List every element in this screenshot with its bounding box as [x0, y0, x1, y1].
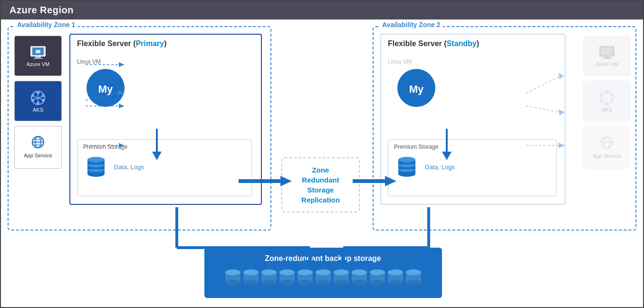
az1-label: Availability Zone 1: [14, 21, 78, 29]
az2-disk-icon: [394, 154, 420, 180]
backup-box: Zone-redundant backup storage: [204, 248, 442, 298]
svg-point-98: [279, 270, 295, 275]
vm-icon: [29, 45, 48, 60]
svg-point-85: [225, 280, 240, 286]
mysql-logo: My: [91, 74, 120, 102]
svg-point-59: [87, 157, 105, 163]
az2-app-service-icon: [597, 136, 616, 152]
app-service-icon: [29, 135, 48, 152]
az2-box: Availability Zone 2 Flexible Server (Sta…: [373, 26, 636, 231]
svg-point-113: [352, 280, 367, 286]
svg-point-93: [261, 280, 277, 286]
backup-disks-svg: [223, 269, 423, 289]
az2-linux-vm-label: Linux VM: [388, 58, 473, 65]
svg-point-97: [279, 280, 295, 286]
az2-mysql-logo: My: [402, 74, 431, 102]
az2-vm-label: Azure VM: [596, 61, 618, 67]
svg-point-79: [611, 99, 614, 102]
svg-rect-72: [602, 58, 612, 59]
az1-app-service: App Service: [14, 126, 62, 169]
svg-point-78: [600, 99, 603, 102]
svg-rect-71: [604, 57, 610, 58]
az2-server-title: Flexible Server (Standby): [388, 39, 479, 48]
az1-premium-storage: Premium Storage Data, Logs: [77, 139, 252, 196]
az2-clients: Azure VM AKS: [583, 36, 631, 169]
backup-section: Zone-redundant backup storage: [204, 248, 442, 298]
az1-clients: Azure VM AK: [14, 36, 62, 169]
az2-mysql-section: Linux VM My: [388, 58, 473, 111]
az2-aks-label: AKS: [602, 107, 612, 113]
svg-point-117: [370, 280, 385, 286]
svg-point-89: [243, 280, 259, 286]
svg-point-109: [334, 280, 349, 286]
az1-box: Availability Zone 1 Azure VM: [8, 26, 271, 231]
az1-mysql-icon: My: [87, 69, 125, 107]
az1-azure-vm: Azure VM: [14, 36, 62, 76]
az1-disk-icon: [83, 154, 109, 180]
az1-aks: AKS: [14, 81, 62, 121]
svg-point-110: [334, 270, 349, 275]
svg-rect-33: [33, 58, 43, 59]
az1-mysql-section: Linux VM My: [77, 58, 163, 111]
svg-point-101: [298, 280, 313, 286]
svg-point-114: [352, 270, 367, 275]
az1-primary-label: Primary: [136, 39, 164, 48]
azure-region-header: Azure Region: [1, 1, 643, 19]
az2-standby-label: Standby: [447, 39, 477, 48]
aks-icon: [28, 90, 48, 106]
svg-point-126: [406, 270, 421, 275]
svg-point-125: [406, 280, 421, 286]
svg-point-68: [398, 157, 415, 163]
svg-point-94: [261, 270, 277, 275]
az2-data-logs-label: Data, Logs: [425, 164, 455, 171]
svg-point-106: [316, 270, 331, 275]
svg-rect-34: [36, 50, 40, 53]
az1-app-service-label: App Service: [24, 153, 52, 159]
svg-point-102: [298, 270, 313, 275]
az2-premium-storage: Premium Storage Data, Logs: [388, 139, 557, 196]
az1-data-logs-label: Data, Logs: [114, 164, 144, 171]
az2-app-service: App Service: [583, 126, 631, 169]
zrs-label-box: ZoneRedundantStorageReplication: [281, 157, 360, 212]
az2-azure-vm: Azure VM: [583, 36, 631, 76]
az1-aks-label: AKS: [33, 107, 43, 113]
az2-label: Availability Zone 2: [379, 21, 443, 29]
az2-aks: AKS: [583, 81, 631, 121]
svg-point-90: [243, 270, 259, 275]
az1-storage-label: Premium Storage: [83, 144, 246, 150]
svg-point-75: [606, 102, 608, 105]
az1-server-title: Flexible Server (Primary): [77, 39, 167, 48]
svg-point-86: [225, 270, 240, 275]
svg-point-74: [606, 91, 608, 94]
zrs-section: ZoneRedundantStorageReplication: [281, 157, 360, 212]
svg-rect-70: [601, 48, 613, 55]
svg-rect-32: [35, 57, 41, 58]
az1-vm-label: Azure VM: [27, 61, 49, 67]
backup-cylinders: [213, 269, 433, 289]
svg-point-121: [388, 280, 403, 286]
az1-server-header: Flexible Server (Primary): [70, 35, 261, 48]
az2-storage-icons: Data, Logs: [394, 154, 550, 180]
az1-linux-vm-label: Linux VM: [77, 58, 163, 65]
svg-text:My: My: [409, 83, 424, 95]
svg-point-105: [316, 280, 331, 286]
backup-title: Zone-redundant backup storage: [213, 254, 433, 263]
az2-flex-server: Flexible Server (Standby) Linux VM My: [380, 34, 566, 205]
zrs-label: ZoneRedundantStorageReplication: [301, 166, 340, 204]
outer-container: Azure Region: [0, 0, 644, 308]
svg-text:My: My: [98, 83, 113, 95]
az1-storage-icons: Data, Logs: [83, 154, 246, 180]
svg-point-36: [37, 91, 39, 94]
svg-point-122: [388, 270, 403, 275]
az2-mysql-icon: My: [397, 69, 435, 107]
azure-region-title: Azure Region: [10, 5, 74, 15]
svg-point-118: [370, 270, 385, 275]
az2-server-header: Flexible Server (Standby): [381, 35, 565, 48]
az1-flex-server: Flexible Server (Primary) Linux VM My: [69, 34, 262, 205]
svg-point-77: [611, 94, 614, 97]
az2-aks-icon: [597, 90, 617, 106]
az2-storage-label: Premium Storage: [394, 144, 550, 150]
svg-point-76: [600, 94, 603, 97]
az2-app-service-label: App Service: [593, 153, 621, 159]
az2-vm-icon: [597, 45, 616, 60]
